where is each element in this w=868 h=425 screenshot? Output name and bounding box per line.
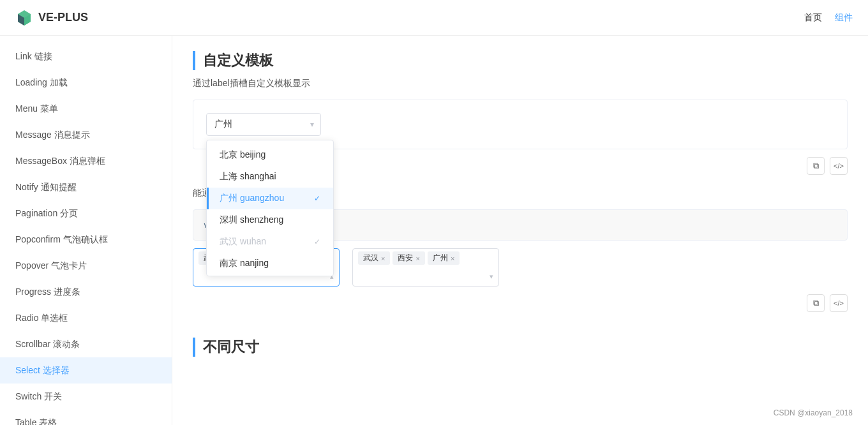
- dropdown-item-wuhan: 武汉 wuhan ✓: [207, 231, 333, 253]
- dropdown-item-label-nanjing: 南京 nanjing: [220, 258, 269, 269]
- copy-icon-2: ⧉: [813, 298, 819, 308]
- dropdown-active-line: [207, 188, 209, 209]
- sidebar-item-popover[interactable]: Popover 气泡卡片: [0, 253, 172, 279]
- tag-label-wuhan-2: 武汉: [363, 253, 378, 264]
- demo-area-1: 广州 ▾ 北京 beijing 上海 shanghai: [193, 100, 848, 149]
- sidebar-item-menu[interactable]: Menu 菜单: [0, 96, 172, 122]
- sidebar-item-select[interactable]: Select 选择器: [0, 357, 172, 384]
- sidebar-item-switch[interactable]: Switch 开关: [0, 384, 172, 410]
- dropdown-item-label-wuhan: 武汉 wuhan: [220, 236, 266, 248]
- dropdown-scroll[interactable]: 北京 beijing 上海 shanghai 广州 guangzhou ✓: [207, 144, 333, 272]
- dropdown-item-shanghai[interactable]: 上海 shanghai: [207, 166, 333, 188]
- dropdown-item-label-shenzheng: 深圳 shenzheng: [220, 214, 283, 226]
- check-icon-guangzhou: ✓: [314, 194, 320, 203]
- section-desc-custom: 通过label插槽自定义模板显示: [193, 78, 848, 89]
- header-nav: 首页 组件: [804, 12, 853, 24]
- sidebar: Link 链接 Loading 加载 Menu 菜单 Message 消息提示 …: [0, 36, 172, 425]
- sidebar-item-pagination[interactable]: Pagination 分页: [0, 200, 172, 227]
- section-title-custom: 自定义模板: [193, 51, 848, 70]
- check-icon-wuhan: ✓: [314, 237, 320, 246]
- footer-watermark: CSDN @xiaoyan_2018: [774, 408, 853, 417]
- select-dropdown: 北京 beijing 上海 shanghai 广州 guangzhou ✓: [206, 140, 334, 276]
- select-arrow-icon: ▾: [310, 120, 314, 129]
- sidebar-item-radio[interactable]: Radio 单选框: [0, 305, 172, 331]
- select-value-1: 广州: [214, 119, 232, 130]
- layout: Link 链接 Loading 加载 Menu 菜单 Message 消息提示 …: [0, 36, 868, 425]
- code-icon-1: </>: [834, 162, 844, 170]
- tag-close-wuhan-2[interactable]: ×: [381, 255, 385, 262]
- code-icon-2: </>: [834, 299, 844, 307]
- logo-icon: [15, 9, 33, 27]
- main-content: 自定义模板 通过label插槽自定义模板显示 广州 ▾ 北京 beijing: [172, 36, 868, 425]
- tag-xian-2: 西安 ×: [393, 251, 424, 265]
- code-actions-2: ⧉ </>: [193, 294, 848, 312]
- sidebar-item-popconfirm[interactable]: Popconfirm 气泡确认框: [0, 227, 172, 253]
- dropdown-item-guangzhou[interactable]: 广州 guangzhou ✓: [207, 188, 333, 209]
- tag-label-guangzhou-2: 广州: [433, 253, 448, 264]
- multi-select-2[interactable]: 武汉 × 西安 × 广州 × ▾: [352, 248, 499, 287]
- dropdown-item-shenzheng[interactable]: 深圳 shenzheng: [207, 209, 333, 231]
- header: VE-PLUS 首页 组件: [0, 0, 868, 36]
- dropdown-item-label-beijing: 北京 beijing: [220, 149, 266, 161]
- sidebar-item-messagebox[interactable]: MessageBox 消息弹框: [0, 148, 172, 174]
- tag-close-xian-2[interactable]: ×: [415, 255, 419, 262]
- section-different-sizes: 不同尺寸: [193, 338, 848, 357]
- code-button-2[interactable]: </>: [830, 294, 848, 312]
- sidebar-item-link[interactable]: Link 链接: [0, 43, 172, 70]
- sidebar-item-message[interactable]: Message 消息提示: [0, 122, 172, 148]
- dropdown-item-label-shanghai: 上海 shanghai: [220, 171, 276, 183]
- select-wrapper-1: 广州 ▾ 北京 beijing 上海 shanghai: [206, 113, 321, 136]
- sidebar-item-notify[interactable]: Notify 通知提醒: [0, 174, 172, 200]
- copy-button-1[interactable]: ⧉: [807, 157, 825, 175]
- multi-select-arrow-down-2: ▾: [490, 272, 493, 281]
- sidebar-item-scrollbar[interactable]: Scrollbar 滚动条: [0, 331, 172, 357]
- nav-components[interactable]: 组件: [835, 12, 853, 24]
- tag-wuhan-2: 武汉 ×: [358, 251, 390, 265]
- tag-label-xian-2: 西安: [398, 253, 413, 264]
- tag-close-guangzhou-2[interactable]: ×: [451, 255, 454, 262]
- section-title-sizes: 不同尺寸: [193, 338, 848, 357]
- select-input-1[interactable]: 广州 ▾: [206, 113, 321, 136]
- nav-home[interactable]: 首页: [804, 12, 822, 24]
- code-button-1[interactable]: </>: [830, 157, 848, 175]
- logo-text: VE-PLUS: [38, 11, 88, 24]
- copy-button-2[interactable]: ⧉: [807, 294, 825, 312]
- copy-icon-1: ⧉: [813, 161, 819, 171]
- sidebar-item-progress[interactable]: Progress 进度条: [0, 279, 172, 305]
- dropdown-item-label-guangzhou: 广州 guangzhou: [220, 193, 284, 204]
- section-custom-template: 自定义模板 通过label插槽自定义模板显示 广州 ▾ 北京 beijing: [193, 51, 848, 312]
- sidebar-item-table[interactable]: Table 表格: [0, 410, 172, 425]
- tag-guangzhou-2: 广州 ×: [428, 251, 460, 265]
- dropdown-item-nanjing[interactable]: 南京 nanjing: [207, 253, 333, 272]
- dropdown-item-beijing[interactable]: 北京 beijing: [207, 144, 333, 166]
- logo: VE-PLUS: [15, 9, 88, 27]
- sidebar-item-loading[interactable]: Loading 加载: [0, 70, 172, 96]
